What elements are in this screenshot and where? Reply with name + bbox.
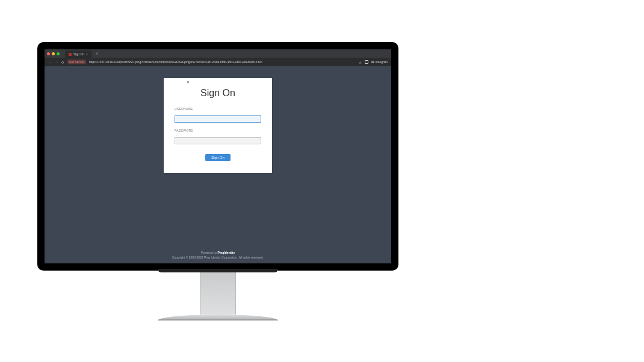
powered-by-line: Powered by PingIdentity: [172, 250, 264, 255]
monitor-frame: Sign On × + ← → ⟳ Not Secure https://10.…: [37, 42, 398, 321]
reload-icon[interactable]: ⟳: [61, 60, 64, 64]
powered-by-brand: PingIdentity: [218, 251, 235, 254]
monitor-stand: [200, 272, 236, 314]
nav-back-icon[interactable]: ←: [48, 60, 52, 64]
monitor-bezel: Sign On × + ← → ⟳ Not Secure https://10.…: [37, 42, 398, 271]
username-label: USERNAME: [175, 107, 261, 111]
url-field[interactable]: https://10.0.0.8:9031/idp/startSSO.ping?…: [89, 60, 356, 64]
browser-tab[interactable]: Sign On ×: [65, 51, 91, 58]
copyright-line: Copyright © 2003-2022 Ping Identity Corp…: [172, 255, 264, 260]
address-bar: ← → ⟳ Not Secure https://10.0.0.8:9031/i…: [45, 58, 391, 66]
monitor-base: [158, 314, 278, 321]
tab-title: Sign On: [73, 52, 84, 56]
page-viewport: Sign On USERNAME PASSWORD Sign On Powere…: [45, 66, 391, 263]
bookmark-icon[interactable]: ☆: [359, 60, 362, 64]
password-input[interactable]: [175, 137, 261, 144]
page-title: Sign On: [175, 88, 261, 99]
incognito-icon: 🕶: [371, 60, 374, 64]
traffic-light-zoom-icon[interactable]: [57, 52, 60, 55]
screen: Sign On × + ← → ⟳ Not Secure https://10.…: [45, 49, 391, 263]
username-input[interactable]: [175, 115, 261, 123]
traffic-light-minimize-icon[interactable]: [52, 52, 55, 55]
traffic-light-close-icon[interactable]: [47, 52, 50, 55]
signon-button[interactable]: Sign On: [205, 154, 231, 161]
signon-card: Sign On USERNAME PASSWORD Sign On: [164, 78, 272, 173]
powered-by-prefix: Powered by: [201, 251, 218, 254]
nav-forward-icon[interactable]: →: [55, 60, 58, 64]
favicon-icon: [69, 53, 72, 56]
window-titlebar: Sign On × +: [45, 49, 391, 58]
security-badge[interactable]: Not Secure: [67, 60, 86, 64]
tab-close-icon[interactable]: ×: [86, 52, 88, 56]
incognito-badge: 🕶 Incognito: [371, 60, 388, 64]
new-tab-button[interactable]: +: [96, 52, 98, 56]
extensions-icon[interactable]: [365, 60, 368, 64]
incognito-label: Incognito: [376, 60, 388, 64]
page-footer: Powered by PingIdentity Copyright © 2003…: [172, 250, 264, 263]
password-label: PASSWORD: [175, 129, 261, 132]
